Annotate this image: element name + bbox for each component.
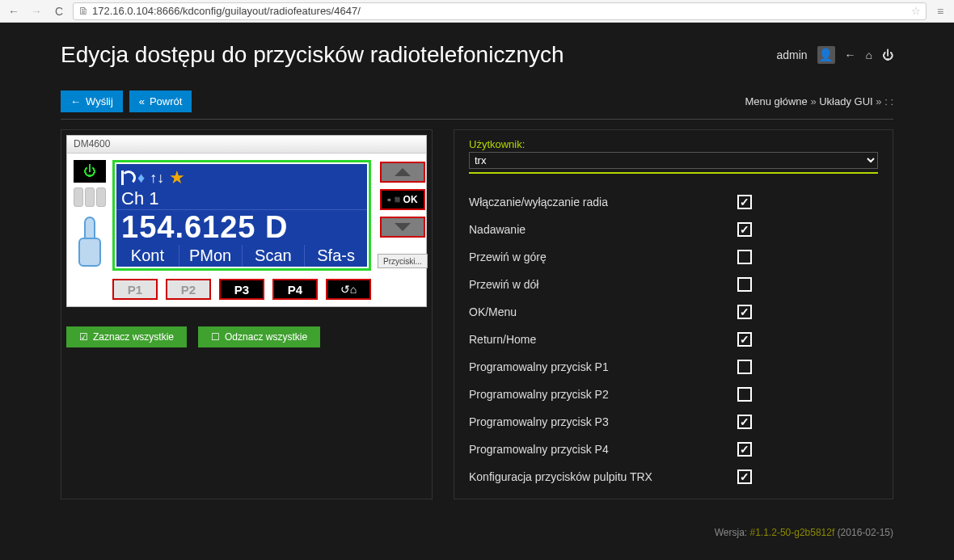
user-avatar-icon[interactable]: 👤 [817,46,835,64]
nav-back-button[interactable]: ← [5,3,23,19]
scan-icon: ↑↓ [150,170,164,187]
browser-menu-icon[interactable]: ≡ [931,5,949,18]
option-label: Programowalny przycisk P4 [469,443,728,456]
footer: Wersja: #1.1.2-50-g2b5812f (2016-02-15) [44,516,910,538]
option-checkbox[interactable] [737,332,752,347]
option-checkbox[interactable] [737,305,752,319]
back-button[interactable]: « Powrót [129,91,192,112]
przyciski-button[interactable]: Przyciski... [378,254,428,268]
browser-toolbar: ← → C 🗎 172.16.0.104:8666/kdconfig/guila… [0,0,954,23]
return-home-button[interactable]: ↺⌂ [326,279,371,300]
send-label: Wyślij [86,95,113,107]
option-label: Nadawanie [469,223,728,236]
page-icon: 🗎 [78,5,89,17]
checkbox-icon: ☑ [79,331,88,343]
channel-label: Ch 1 [116,188,367,210]
option-label: Włączanie/wyłączanie radia [469,196,728,208]
option-row: Programowalny przycisk P3 [469,408,878,436]
arrow-left-icon: ← [70,95,81,107]
option-row: OK/Menu [469,298,878,326]
send-button[interactable]: ← Wyślij [61,91,123,112]
option-checkbox[interactable] [737,250,752,264]
nav-forward-button[interactable]: → [27,3,45,19]
option-row: Włączanie/wyłączanie radia [469,188,878,216]
frequency-label: 154.6125 D [116,210,367,245]
option-row: Return/Home [469,326,878,353]
p2-button[interactable]: P2 [166,279,211,300]
screen-tab-2: Scan [242,245,305,267]
select-all-button[interactable]: ☑ Zaznacz wszystkie [66,326,187,347]
crumb-gui[interactable]: Układy GUI [819,95,872,107]
address-bar[interactable]: 🗎 172.16.0.104:8666/kdconfig/guilayout/r… [73,2,927,20]
nav-reload-button[interactable]: C [50,3,68,19]
radio-ptt-knob[interactable] [78,217,101,265]
option-row: Programowalny przycisk P2 [469,381,878,408]
home-icon[interactable]: ⌂ [866,48,872,61]
page-title: Edycja dostępu do przycisków radiotelefo… [61,42,564,68]
header-back-icon[interactable]: ← [845,48,856,61]
signal-icon: ♦ [137,170,145,187]
screen-tab-0: Kont [116,245,179,267]
ok-menu-button[interactable]: ▫◾OK [380,189,425,210]
bookmark-star-icon[interactable]: ☆ [911,5,921,17]
empty-box-icon: ☐ [211,331,220,343]
scroll-up-button[interactable] [380,162,425,183]
option-label: Przewiń w górę [469,251,728,263]
radio-preview-panel: DM4600 ⏻ [61,129,433,499]
option-checkbox[interactable] [737,360,752,374]
radio-grey-buttons [74,187,106,207]
radio-model-title: DM4600 [67,136,426,154]
divider [61,119,893,120]
p4-button[interactable]: P4 [272,279,318,300]
option-label: Return/Home [469,333,728,346]
back-label: Powrót [150,95,182,107]
option-checkbox[interactable] [737,469,752,484]
option-checkbox[interactable] [737,222,752,237]
option-label: Przewiń w dół [469,278,728,291]
user-select-label: Użytkownik: [469,138,878,150]
option-checkbox[interactable] [737,195,752,209]
p3-button[interactable]: P3 [219,279,264,300]
option-checkbox[interactable] [737,415,752,429]
user-select[interactable]: trx [469,152,878,169]
deselect-all-button[interactable]: ☐ Odznacz wszystkie [198,326,320,347]
radio-screen: ♦ ↑↓ ★ Ch 1 154.6125 D Kont PMon [116,164,367,267]
option-label: Programowalny przycisk P2 [469,388,728,401]
p1-button[interactable]: P1 [112,279,158,300]
option-checkbox[interactable] [737,442,752,457]
option-checkbox[interactable] [737,277,752,292]
option-row: Programowalny przycisk P4 [469,436,878,463]
scroll-down-button[interactable] [380,217,425,238]
screen-tab-3: Sfa-s [304,245,367,267]
option-label: Programowalny przycisk P3 [469,415,728,428]
url-text: 172.16.0.104:8666/kdconfig/guilayout/rad… [92,5,361,17]
crumb-main[interactable]: Menu główne [745,95,807,107]
option-row: Przewiń w dół [469,271,878,298]
option-row: Programowalny przycisk P1 [469,353,878,381]
option-checkbox[interactable] [737,387,752,402]
double-arrow-left-icon: « [139,95,145,107]
option-label: Konfiguracja przycisków pulpitu TRX [469,470,728,483]
star-icon: ★ [169,167,185,188]
option-label: OK/Menu [469,305,728,318]
version-hash: #1.1.2-50-g2b5812f [750,527,835,538]
option-label: Programowalny przycisk P1 [469,360,728,373]
username: admin [776,48,807,61]
permissions-panel: Użytkownik: trx Włączanie/wyłączanie rad… [454,129,893,499]
option-row: Przewiń w górę [469,243,878,271]
antenna-icon [121,171,133,185]
option-row: Nadawanie [469,216,878,243]
power-icon[interactable]: ⏻ [882,48,893,61]
screen-tab-1: PMon [179,245,242,267]
breadcrumb: Menu główne » Układy GUI » : : [745,95,893,107]
option-row: Konfiguracja przycisków pulpitu TRX [469,463,878,491]
radio-power-button[interactable]: ⏻ [74,160,106,183]
